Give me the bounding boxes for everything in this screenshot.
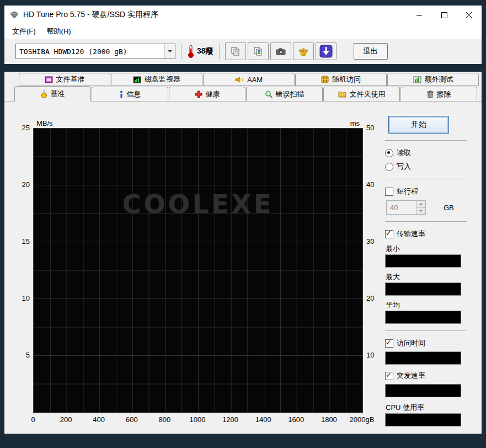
x-tick-with-unit: 2000gB (350, 415, 375, 424)
read-radio-row[interactable]: 读取 (385, 147, 474, 158)
menu-help[interactable]: 帮助(H) (41, 24, 77, 39)
tab-file-benchmark[interactable]: 文件基准 (19, 73, 110, 86)
y-right-tick: 10 (366, 351, 383, 359)
x-tick: 200 (60, 415, 72, 424)
tab-disk-monitor[interactable]: 磁盘监视器 (111, 73, 202, 86)
minimize-icon (416, 12, 423, 18)
tab-erase[interactable]: 擦除 (400, 87, 477, 101)
copy-text-button[interactable] (225, 42, 246, 60)
read-radio-label: 读取 (397, 148, 411, 158)
short-stroke-size-input[interactable]: 40 (386, 200, 426, 215)
download-button[interactable] (316, 42, 337, 60)
transfer-rate-row[interactable]: 传输速率 (385, 228, 474, 239)
benchmark-chart: MB/s ms 25 20 15 10 5 50 40 30 20 10 COO… (14, 113, 382, 428)
short-stroke-label: 短行程 (397, 186, 418, 196)
watermark: COOLEXE (122, 189, 274, 219)
toolbar-separator (219, 44, 220, 59)
y-left-tick: 5 (14, 351, 30, 359)
file-benchmark-icon (45, 76, 53, 83)
temperature-value: 38癈 (197, 46, 213, 56)
spinner-down-icon[interactable] (416, 208, 425, 215)
avg-value-field (385, 311, 461, 324)
menu-file[interactable]: 文件(F) (7, 24, 41, 39)
tab-folder-usage[interactable]: 文件夹使用 (323, 87, 400, 101)
tab-aam[interactable]: AAM (203, 73, 295, 86)
burst-rate-checkbox[interactable] (385, 372, 393, 380)
x-axis-ticks: 0 200 400 600 800 1000 1200 1400 1600 18… (33, 415, 362, 424)
exit-button-label: 退出 (364, 46, 378, 56)
short-stroke-size-row: 40 GB (386, 200, 474, 215)
health-cross-icon (195, 90, 202, 98)
x-tick: 1800 (321, 415, 337, 424)
write-radio-row[interactable]: 写入 (385, 161, 474, 172)
tab-health[interactable]: 健康 (169, 87, 245, 101)
separator (385, 330, 467, 331)
x-tick: 1400 (255, 415, 271, 424)
x-tick: 0 (31, 415, 35, 424)
y-right-tick: 50 (366, 124, 383, 132)
spinner-up-icon[interactable] (416, 201, 425, 208)
transfer-rate-label: 传输速率 (397, 229, 425, 239)
thermometer-icon (187, 44, 195, 58)
tab-random-access[interactable]: 随机访问 (295, 73, 387, 86)
exit-button[interactable]: 退出 (354, 43, 388, 60)
access-time-row[interactable]: 访问时间 (385, 338, 474, 349)
toolbar-separator (181, 44, 181, 59)
x-tick: 1600 (288, 415, 304, 424)
close-icon (466, 12, 472, 18)
cpu-usage-label: CPU 使用率 (386, 403, 474, 412)
chevron-down-icon (164, 44, 175, 58)
y-right-axis-unit: ms (323, 119, 360, 127)
access-time-value-field (385, 351, 461, 365)
write-radio-label: 写入 (397, 162, 411, 172)
y-left-tick: 25 (14, 124, 30, 132)
download-icon (319, 45, 333, 58)
title-bar: HD Tune Pro 5.75 - 硬盘/SSD 实用程序 (4, 6, 482, 24)
x-tick: 600 (126, 415, 138, 424)
x-tick: 1000 (190, 415, 206, 424)
toolbar-divider-band (4, 64, 482, 72)
min-value-field (385, 254, 461, 268)
burst-rate-value-field (385, 384, 461, 397)
disk-monitor-icon (133, 76, 141, 83)
cpu-usage-value-field (385, 413, 461, 426)
separator (385, 221, 467, 222)
dice-icon (321, 76, 329, 83)
app-logo-icon (10, 11, 19, 19)
minimize-button[interactable] (407, 6, 432, 24)
x-tick: 400 (93, 415, 105, 424)
paw-button[interactable] (293, 42, 314, 60)
benchmark-page: MB/s ms 25 20 15 10 5 50 40 30 20 10 COO… (4, 102, 482, 434)
x-tick: 800 (159, 415, 171, 424)
tab-benchmark[interactable]: 基准 (14, 86, 91, 102)
start-button[interactable]: 开始 (388, 116, 449, 134)
camera-icon (276, 47, 286, 56)
speaker-icon (235, 76, 244, 83)
spinner-buttons[interactable] (416, 201, 425, 214)
toolbar: TOSHIBA HDWD120 (2000 gB) 38癈 (4, 39, 482, 64)
screenshot-button[interactable] (270, 42, 291, 60)
drive-select-value: TOSHIBA HDWD120 (2000 gB) (16, 47, 164, 56)
plot-area: COOLEXE (33, 128, 363, 413)
maximize-button[interactable] (432, 6, 457, 24)
access-time-checkbox[interactable] (385, 339, 393, 348)
start-button-label: 开始 (411, 120, 426, 130)
transfer-rate-checkbox[interactable] (385, 230, 393, 238)
write-radio[interactable] (385, 163, 393, 171)
trash-icon (427, 90, 434, 98)
folder-icon (338, 91, 346, 98)
read-radio[interactable] (385, 149, 393, 157)
menu-bar: 文件(F) 帮助(H) (4, 24, 482, 39)
burst-rate-row[interactable]: 突发速率 (385, 370, 474, 381)
extra-tests-icon (413, 76, 421, 83)
close-button[interactable] (457, 6, 482, 24)
short-stroke-checkbox[interactable] (385, 188, 393, 196)
y-left-axis-unit: MB/s (36, 119, 53, 127)
drive-select-dropdown[interactable]: TOSHIBA HDWD120 (2000 gB) (15, 44, 175, 59)
tab-info[interactable]: 信息 (92, 87, 168, 101)
tab-extra-tests[interactable]: 额外测试 (387, 73, 479, 86)
tab-error-scan[interactable]: 错误扫描 (246, 87, 323, 101)
short-stroke-row[interactable]: 短行程 (385, 186, 474, 197)
max-label: 最大 (386, 272, 474, 281)
copy-image-button[interactable] (248, 42, 269, 60)
